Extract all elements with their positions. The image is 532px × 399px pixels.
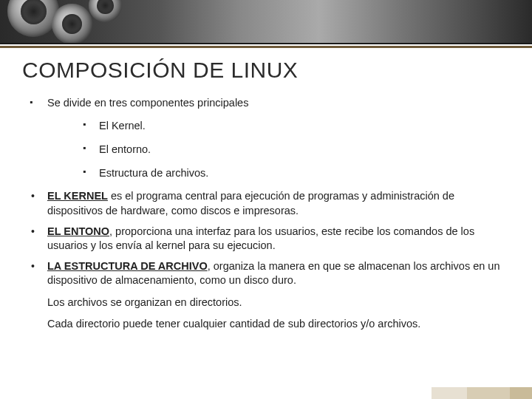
- component-item: Estructura de archivos.: [83, 166, 510, 180]
- intro-text: Se divide en tres componentes principale…: [47, 97, 248, 109]
- definition-estructura: LA ESTRUCTURA DE ARCHIVO, organiza la ma…: [30, 259, 510, 288]
- intro-bullet: Se divide en tres componentes principale…: [30, 96, 510, 180]
- definition-kernel: EL KERNEL es el programa central para ej…: [30, 189, 510, 218]
- accent-line: [0, 46, 532, 48]
- component-list: El Kernel. El entorno. Estructura de arc…: [47, 118, 510, 181]
- term-estructura: LA ESTRUCTURA DE ARCHIVO: [47, 260, 208, 272]
- gear-icon: [7, 0, 59, 37]
- slide: COMPOSICIÓN DE LINUX Se divide en tres c…: [0, 0, 532, 399]
- footer-block: [510, 387, 532, 399]
- term-entorno: EL ENTONO: [47, 225, 109, 237]
- def-kernel-text: es el programa central para ejecución de…: [47, 190, 454, 216]
- gear-icon: [89, 0, 122, 22]
- note-line: Los archivos se organizan en directorios…: [22, 296, 510, 310]
- footer-decor: [432, 387, 532, 399]
- gear-icon: [52, 4, 92, 44]
- content-area: COMPOSICIÓN DE LINUX Se divide en tres c…: [0, 44, 532, 332]
- note-line: Cada directorio puede tener cualquier ca…: [22, 317, 510, 332]
- banner-image: [0, 0, 532, 44]
- component-item: El entorno.: [83, 142, 510, 157]
- footer-block: [467, 387, 510, 399]
- footer-block: [432, 387, 467, 399]
- component-item: El Kernel.: [83, 118, 510, 133]
- slide-title: COMPOSICIÓN DE LINUX: [22, 58, 510, 83]
- bullet-list: Se divide en tres componentes principale…: [22, 96, 510, 288]
- term-kernel: EL KERNEL: [47, 190, 108, 202]
- def-entorno-text: , proporciona una interfaz para los usua…: [47, 225, 474, 252]
- definition-entorno: EL ENTONO, proporciona una interfaz para…: [30, 225, 510, 253]
